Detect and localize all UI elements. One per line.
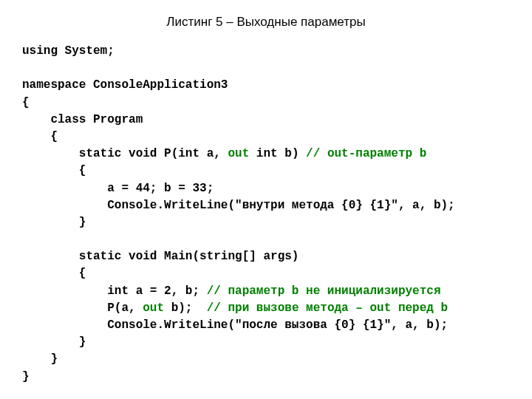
code-line: } [22,370,30,383]
code-line: } [22,352,58,366]
code-line: a = 44; b = 33; [22,182,214,195]
code-line: { [22,130,58,143]
code-comment: // при вызове метода – out перед b [207,301,448,315]
code-line: Console.WriteLine("внутри метода {0} {1}… [22,199,455,212]
code-line: { [22,267,86,280]
code-text: int b) [249,147,306,160]
code-text: b); [164,301,207,315]
code-line: { [22,96,30,109]
code-line: P(a, [22,301,143,315]
code-comment: // out-параметр b [306,147,426,160]
code-line: class Program [22,113,143,126]
code-line: using System; [22,44,115,58]
code-line: { [22,164,86,177]
out-keyword: out [143,301,164,315]
code-line: int a = 2, b; [22,284,207,298]
listing-title: Листинг 5 – Выходные параметры [22,15,510,30]
code-comment: // параметр b не инициализируется [207,284,441,298]
code-block: using System; namespace ConsoleApplicati… [22,43,510,386]
out-keyword: out [228,147,249,160]
code-line: Console.WriteLine("после вызова {0} {1}"… [22,318,448,332]
code-line: } [22,216,86,229]
code-line: static void P(int a, [22,147,228,160]
code-line: namespace ConsoleApplication3 [22,78,228,92]
code-line: } [22,335,86,349]
code-line: static void Main(string[] args) [22,250,299,263]
